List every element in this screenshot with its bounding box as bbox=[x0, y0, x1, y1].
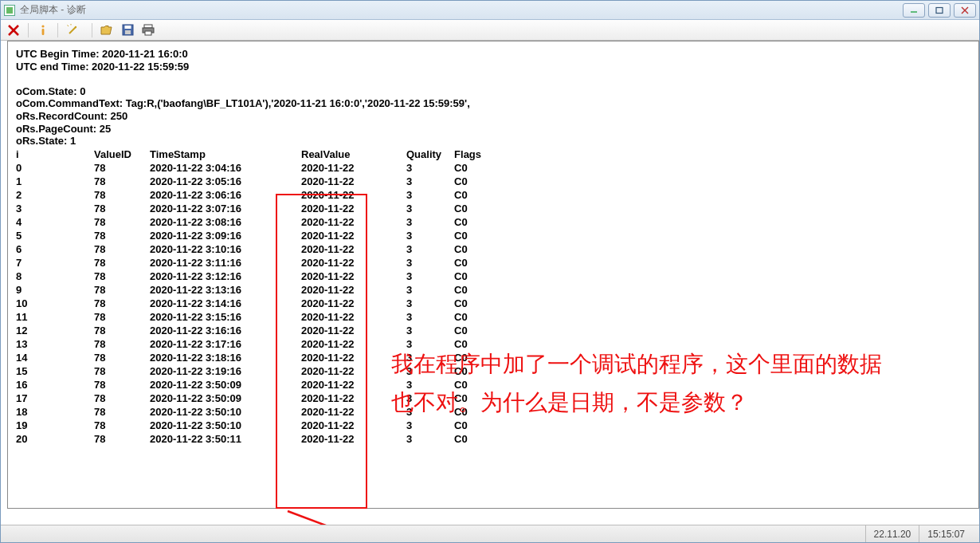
table-row: 8782020-11-22 3:12:162020-11-223C0 bbox=[16, 270, 494, 283]
cell-rv: 2020-11-22 bbox=[301, 378, 406, 392]
output-pane[interactable]: UTC Begin Time: 2020-11-21 16:0:0 UTC en… bbox=[7, 41, 979, 509]
save-button[interactable] bbox=[120, 22, 135, 38]
ors-pagecount-line: oRs.PageCount: 25 bbox=[16, 123, 111, 135]
cell-i: 0 bbox=[16, 161, 94, 175]
cell-ts: 2020-11-22 3:19:16 bbox=[150, 364, 301, 378]
app-window: 全局脚本 - 诊断 UTC Begin Time: 2020-11-21 16:… bbox=[0, 0, 980, 543]
cell-i: 1 bbox=[16, 175, 94, 188]
svg-rect-17 bbox=[145, 31, 151, 35]
cell-q: 3 bbox=[406, 175, 454, 188]
cell-rv: 2020-11-22 bbox=[301, 283, 406, 297]
utc-end-line: UTC end Time: 2020-11-22 15:59:59 bbox=[16, 61, 189, 73]
cell-q: 3 bbox=[406, 392, 454, 405]
cell-f: C0 bbox=[454, 188, 494, 202]
cell-ts: 2020-11-22 3:10:16 bbox=[150, 242, 301, 256]
svg-rect-7 bbox=[42, 29, 45, 35]
print-button[interactable] bbox=[140, 22, 156, 38]
cell-ts: 2020-11-22 3:04:16 bbox=[150, 161, 301, 175]
cell-f: C0 bbox=[454, 432, 494, 446]
cell-vid: 78 bbox=[94, 161, 150, 175]
table-row: 19782020-11-22 3:50:102020-11-223C0 bbox=[16, 419, 494, 432]
cell-rv: 2020-11-22 bbox=[301, 256, 406, 270]
table-row: 7782020-11-22 3:11:162020-11-223C0 bbox=[16, 256, 494, 270]
cell-f: C0 bbox=[454, 392, 494, 405]
cell-q: 3 bbox=[406, 188, 454, 202]
cell-rv: 2020-11-22 bbox=[301, 188, 406, 202]
svg-line-10 bbox=[68, 25, 69, 26]
svg-point-6 bbox=[41, 25, 44, 27]
cell-vid: 78 bbox=[94, 256, 150, 270]
titlebar[interactable]: 全局脚本 - 诊断 bbox=[1, 1, 979, 20]
cell-vid: 78 bbox=[94, 378, 150, 392]
cell-f: C0 bbox=[454, 378, 494, 392]
info-button[interactable] bbox=[35, 22, 51, 38]
cell-rv: 2020-11-22 bbox=[301, 215, 406, 229]
cell-rv: 2020-11-22 bbox=[301, 392, 406, 405]
cell-f: C0 bbox=[454, 283, 494, 297]
maximize-button[interactable] bbox=[928, 3, 951, 18]
cell-q: 3 bbox=[406, 351, 454, 364]
open-button[interactable] bbox=[99, 22, 115, 38]
cell-rv: 2020-11-22 bbox=[301, 175, 406, 188]
cell-vid: 78 bbox=[94, 337, 150, 351]
cell-rv: 2020-11-22 bbox=[301, 419, 406, 432]
cell-q: 3 bbox=[406, 324, 454, 337]
cell-vid: 78 bbox=[94, 215, 150, 229]
cell-i: 15 bbox=[16, 364, 94, 378]
utc-begin-line: UTC Begin Time: 2020-11-21 16:0:0 bbox=[16, 48, 188, 60]
svg-line-8 bbox=[69, 27, 76, 33]
cell-q: 3 bbox=[406, 242, 454, 256]
cell-rv: 2020-11-22 bbox=[301, 324, 406, 337]
cell-i: 6 bbox=[16, 242, 94, 256]
cell-ts: 2020-11-22 3:13:16 bbox=[150, 283, 301, 297]
window-buttons bbox=[903, 3, 976, 18]
cell-i: 14 bbox=[16, 351, 94, 364]
window-title: 全局脚本 - 诊断 bbox=[20, 3, 86, 17]
cell-f: C0 bbox=[454, 175, 494, 188]
cell-vid: 78 bbox=[94, 270, 150, 283]
content-area: UTC Begin Time: 2020-11-21 16:0:0 UTC en… bbox=[1, 41, 979, 525]
table-row: 0782020-11-22 3:04:162020-11-223C0 bbox=[16, 161, 494, 175]
cell-i: 20 bbox=[16, 432, 94, 446]
cell-vid: 78 bbox=[94, 351, 150, 364]
cell-q: 3 bbox=[406, 432, 454, 446]
cell-rv: 2020-11-22 bbox=[301, 405, 406, 419]
table-body: 0782020-11-22 3:04:162020-11-223C0178202… bbox=[16, 161, 494, 446]
cell-vid: 78 bbox=[94, 432, 150, 446]
cell-i: 8 bbox=[16, 270, 94, 283]
cell-q: 3 bbox=[406, 378, 454, 392]
statusbar: 22.11.20 15:15:07 bbox=[1, 525, 979, 542]
table-row: 6782020-11-22 3:10:162020-11-223C0 bbox=[16, 242, 494, 256]
ocom-cmd-line: oCom.CommandText: Tag:R,('baofang\BF_LT1… bbox=[16, 97, 470, 109]
wand-button[interactable] bbox=[65, 22, 80, 38]
cell-i: 17 bbox=[16, 392, 94, 405]
cell-q: 3 bbox=[406, 215, 454, 229]
cell-q: 3 bbox=[406, 283, 454, 297]
cell-f: C0 bbox=[454, 242, 494, 256]
ors-state-line: oRs.State: 1 bbox=[16, 135, 76, 147]
cell-f: C0 bbox=[454, 324, 494, 337]
minimize-button[interactable] bbox=[903, 3, 925, 18]
cell-ts: 2020-11-22 3:09:16 bbox=[150, 229, 301, 242]
col-valueid: ValueID bbox=[94, 148, 150, 161]
cell-f: C0 bbox=[454, 215, 494, 229]
col-flags: Flags bbox=[454, 148, 494, 161]
cell-ts: 2020-11-22 3:50:11 bbox=[150, 432, 301, 446]
cell-f: C0 bbox=[454, 161, 494, 175]
cell-vid: 78 bbox=[94, 202, 150, 215]
delete-button[interactable] bbox=[6, 22, 22, 38]
table-row: 13782020-11-22 3:17:162020-11-223C0 bbox=[16, 337, 494, 351]
close-button[interactable] bbox=[954, 3, 976, 18]
cell-q: 3 bbox=[406, 297, 454, 310]
cell-vid: 78 bbox=[94, 297, 150, 310]
cell-i: 2 bbox=[16, 188, 94, 202]
cell-f: C0 bbox=[454, 202, 494, 215]
cell-q: 3 bbox=[406, 270, 454, 283]
cell-ts: 2020-11-22 3:50:10 bbox=[150, 405, 301, 419]
table-row: 20782020-11-22 3:50:112020-11-223C0 bbox=[16, 432, 494, 446]
cell-ts: 2020-11-22 3:11:16 bbox=[150, 256, 301, 270]
cell-f: C0 bbox=[454, 364, 494, 378]
table-row: 9782020-11-22 3:13:162020-11-223C0 bbox=[16, 283, 494, 297]
cell-vid: 78 bbox=[94, 229, 150, 242]
cell-i: 16 bbox=[16, 378, 94, 392]
